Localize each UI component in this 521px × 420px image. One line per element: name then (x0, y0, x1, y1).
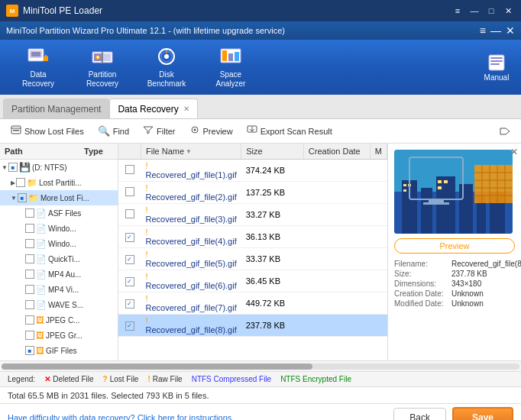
tab-partition-management[interactable]: Partition Management (3, 99, 109, 118)
action-bar: Show Lost Files 🔍 Find Filter Preview Ex… (0, 119, 521, 144)
app-icon: M (6, 5, 18, 17)
file-checkbox[interactable]: ✓ (125, 321, 134, 331)
checkbox-mp4vi[interactable] (25, 285, 34, 294)
tool-data-recovery[interactable]: DataRecovery (8, 43, 69, 92)
file-checkbox[interactable]: ✓ (125, 255, 134, 264)
expand-jpecgr-icon: ▶ (20, 332, 24, 339)
svg-point-9 (164, 54, 169, 59)
save-button[interactable]: Save (452, 407, 513, 421)
checkbox-jpecc[interactable] (25, 315, 34, 325)
file-table: File Name ▼ Size Creation Date (118, 144, 387, 360)
tree-item-windo1[interactable]: ▶ 📄 Windo... (0, 221, 118, 236)
table-row[interactable]: ! Recovered_gif_file(3).gif 33.27 KB (118, 204, 387, 226)
tree-label-lost-parti: Lost Partiti... (39, 179, 82, 187)
th-filename[interactable]: File Name ▼ (141, 144, 241, 160)
file-checkbox[interactable] (125, 165, 134, 174)
h-scroll-thumb[interactable] (2, 363, 312, 370)
checkbox-windo1[interactable] (25, 224, 34, 233)
file-row-name: Recovered_gif_file(7).gif (145, 303, 236, 312)
table-row[interactable]: ! Recovered_gif_file(1).gif 374.24 KB (118, 160, 387, 182)
close-btn[interactable]: ✕ (501, 4, 515, 18)
bottom-bar: Have difficulty with data recovery? Clic… (0, 403, 521, 420)
checkbox-gif[interactable]: ■ (25, 346, 34, 355)
show-lost-files-btn[interactable]: Show Lost Files (5, 123, 90, 139)
file-checkbox[interactable] (125, 187, 134, 196)
tool-partition-recovery[interactable]: PartitionRecovery (72, 43, 133, 92)
expand-d-icon: ▼ (2, 164, 8, 171)
checkbox-more-lost[interactable]: ■ (18, 193, 27, 202)
table-row[interactable]: ! Recovered_gif_file(2).gif 137.25 KB (118, 182, 387, 204)
menu-close-icon[interactable]: ✕ (506, 24, 515, 37)
th-m: M (370, 144, 387, 160)
find-btn[interactable]: 🔍 Find (92, 123, 135, 139)
checkbox-jpecgr[interactable] (25, 331, 34, 340)
table-row[interactable]: ✓ ! Recovered_gif_file(7).gif 449.72 KB (118, 292, 387, 315)
status-text: Total 65.5 MB in 2031 files. Selected 79… (8, 391, 209, 400)
tab-close-icon[interactable]: ✕ (183, 105, 189, 113)
h-scroll[interactable] (0, 360, 521, 371)
tree-item-mp4vi[interactable]: ▶ 📄 MP4 Vi... (0, 282, 118, 297)
file-checkbox[interactable]: ✓ (125, 277, 134, 286)
tool-disk-benchmark[interactable]: DiskBenchmark (136, 43, 197, 92)
action-extra-btn[interactable] (493, 124, 516, 138)
menu-btn[interactable]: ≡ (451, 4, 464, 18)
menu-minimize-icon[interactable]: — (490, 24, 501, 37)
tree-item-mp4au[interactable]: ▶ 📄 MP4 Au... (0, 267, 118, 282)
th-date[interactable]: Creation Date (303, 144, 370, 160)
data-recovery-label: DataRecovery (22, 70, 54, 89)
tool-space-analyzer[interactable]: SpaceAnalyzer (200, 43, 261, 92)
preview-modified-label: Modified Date: (394, 299, 451, 308)
help-link[interactable]: Have difficulty with data recovery? Clic… (8, 413, 387, 421)
maximize-btn[interactable]: □ (484, 4, 498, 18)
th-size[interactable]: Size (241, 144, 304, 160)
file-row-size: 36.13 KB (241, 226, 304, 248)
filter-btn[interactable]: Filter (137, 123, 181, 139)
tab-data-recovery[interactable]: Data Recovery ✕ (109, 99, 197, 118)
file-checkbox[interactable] (125, 209, 134, 218)
tree-item-asf[interactable]: ▶ 📄 ASF Files (0, 205, 118, 221)
tree-item-jpecc[interactable]: ▶ 🖼 JPEG C... (0, 312, 118, 328)
export-scan-icon (247, 125, 257, 137)
checkbox-windo2[interactable] (25, 239, 34, 248)
table-row[interactable]: ✓ ! Recovered_gif_file(4).gif 36.13 KB (118, 226, 387, 248)
table-row[interactable]: ✓ ! Recovered_gif_file(8).gif 237.78 KB (118, 315, 387, 337)
export-scan-label: Export Scan Result (260, 127, 332, 136)
tree-item-lost-parti[interactable]: ▶ 📁 Lost Partiti... (0, 175, 118, 190)
checkbox-d-ntfs[interactable]: ■ (8, 163, 18, 172)
manual-button[interactable]: Manual (480, 50, 513, 84)
file-row-date (303, 204, 370, 226)
tree-item-gif[interactable]: ▶ ■ 🖼 GIF Files (0, 343, 118, 358)
partition-recovery-icon (90, 46, 115, 67)
tree-item-waves[interactable]: ▶ 📄 WAVE S... (0, 297, 118, 312)
preview-filename-label: Filename: (394, 260, 451, 268)
preview-info: Filename: Recovered_gif_file(8).gif Size… (394, 260, 515, 308)
tree-item-quickti[interactable]: ▶ 📄 QuickTi... (0, 251, 118, 267)
table-row[interactable]: ✓ ! Recovered_gif_file(5).gif 33.37 KB (118, 248, 387, 270)
checkbox-lost-parti[interactable] (16, 178, 25, 187)
checkbox-mp4au[interactable] (25, 270, 34, 279)
preview-dimensions-label: Dimensions: (394, 279, 451, 288)
svg-rect-11 (222, 50, 227, 61)
checkbox-quickti[interactable] (25, 254, 34, 263)
checkbox-waves[interactable] (25, 300, 34, 309)
tree-item-d-ntfs[interactable]: ▼ ■ 💾 (D: NTFS) (0, 160, 118, 175)
tree-item-windo2[interactable]: ▶ 📄 Windo... (0, 236, 118, 251)
menu-icon[interactable]: ≡ (480, 24, 486, 37)
svg-rect-50 (423, 202, 449, 205)
preview-btn[interactable]: Preview (183, 123, 239, 139)
preview-action-btn[interactable]: Preview (394, 238, 515, 254)
h-scroll-track[interactable] (2, 363, 519, 370)
tree-item-jpecgr[interactable]: ▶ 🖼 JPEG Gr... (0, 328, 118, 343)
file-checkbox[interactable]: ✓ (125, 233, 134, 242)
svg-rect-38 (438, 186, 442, 189)
back-button[interactable]: Back (393, 408, 446, 421)
export-scan-btn[interactable]: Export Scan Result (241, 123, 338, 139)
tree-item-more-lost[interactable]: ▼ ■ 📁 More Lost Fi... (0, 190, 118, 205)
table-row[interactable]: ✓ ! Recovered_gif_file(6).gif 36.45 KB (118, 270, 387, 292)
preview-creation-value: Unknown (451, 289, 515, 298)
checkbox-asf[interactable] (25, 208, 34, 218)
minimize-btn[interactable]: — (468, 4, 481, 18)
file-checkbox[interactable]: ✓ (125, 299, 134, 309)
file-row-icon: ! (145, 205, 147, 215)
tree-label-gif: GIF Files (46, 347, 77, 355)
